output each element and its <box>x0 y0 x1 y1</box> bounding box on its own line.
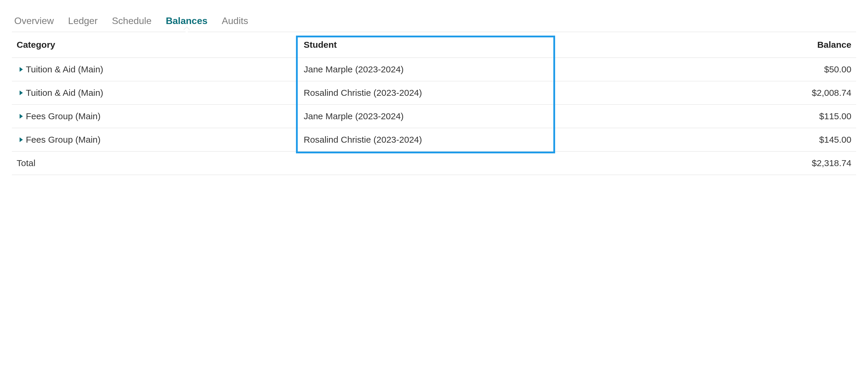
cell-balance: $50.00 <box>552 58 856 81</box>
cell-student: Rosalind Christie (2023-2024) <box>299 128 552 152</box>
category-label: Fees Group (Main) <box>26 111 101 121</box>
cell-category: Fees Group (Main) <box>12 105 299 128</box>
table-row: Tuition & Aid (Main) Jane Marple (2023-2… <box>12 58 856 81</box>
cell-student: Jane Marple (2023-2024) <box>299 58 552 81</box>
table-total-row: Total $2,318.74 <box>12 152 856 175</box>
table-header-row: Category Student Balance <box>12 32 856 58</box>
cell-category: Tuition & Aid (Main) <box>12 58 299 81</box>
total-empty <box>299 152 552 175</box>
cell-balance: $2,008.74 <box>552 81 856 105</box>
total-label: Total <box>12 152 299 175</box>
cell-student: Jane Marple (2023-2024) <box>299 105 552 128</box>
cell-balance: $115.00 <box>552 105 856 128</box>
header-balance: Balance <box>552 32 856 58</box>
cell-balance: $145.00 <box>552 128 856 152</box>
header-student: Student <box>299 32 552 58</box>
cell-category: Fees Group (Main) <box>12 128 299 152</box>
cell-category: Tuition & Aid (Main) <box>12 81 299 105</box>
header-category: Category <box>12 32 299 58</box>
total-balance: $2,318.74 <box>552 152 856 175</box>
caret-right-icon[interactable] <box>20 67 23 72</box>
tab-ledger[interactable]: Ledger <box>68 12 98 32</box>
caret-right-icon[interactable] <box>20 137 23 142</box>
cell-student: Rosalind Christie (2023-2024) <box>299 81 552 105</box>
table-row: Tuition & Aid (Main) Rosalind Christie (… <box>12 81 856 105</box>
category-label: Tuition & Aid (Main) <box>26 88 103 98</box>
tab-schedule[interactable]: Schedule <box>112 12 151 32</box>
tab-balances[interactable]: Balances <box>166 12 208 32</box>
balances-table: Category Student Balance Tuition & Aid (… <box>12 32 856 175</box>
tabs-bar: Overview Ledger Schedule Balances Audits <box>12 12 856 32</box>
tab-audits[interactable]: Audits <box>222 12 248 32</box>
balances-table-wrap: Category Student Balance Tuition & Aid (… <box>12 32 856 175</box>
category-label: Tuition & Aid (Main) <box>26 64 103 74</box>
tab-overview[interactable]: Overview <box>14 12 54 32</box>
category-label: Fees Group (Main) <box>26 135 101 145</box>
table-row: Fees Group (Main) Jane Marple (2023-2024… <box>12 105 856 128</box>
caret-right-icon[interactable] <box>20 114 23 119</box>
caret-right-icon[interactable] <box>20 91 23 95</box>
table-row: Fees Group (Main) Rosalind Christie (202… <box>12 128 856 152</box>
